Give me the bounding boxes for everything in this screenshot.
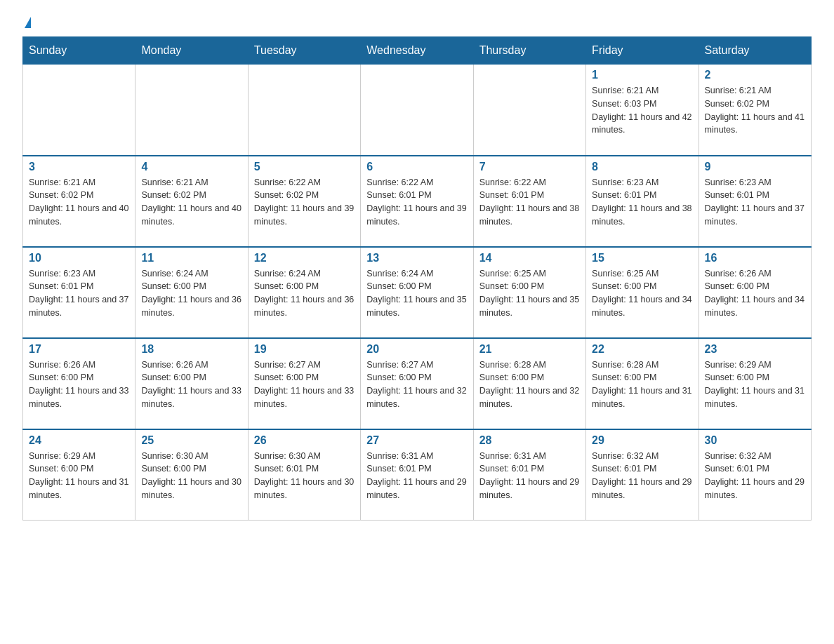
sun-info: Sunrise: 6:30 AMSunset: 6:01 PMDaylight:… xyxy=(254,450,355,502)
day-number: 26 xyxy=(254,434,355,447)
sun-info: Sunrise: 6:28 AMSunset: 6:00 PMDaylight:… xyxy=(479,358,580,411)
day-number: 22 xyxy=(592,343,692,356)
day-number: 28 xyxy=(479,434,580,447)
day-number: 8 xyxy=(592,161,692,173)
calendar-cell: 18Sunrise: 6:26 AMSunset: 6:00 PMDayligh… xyxy=(135,338,248,429)
day-number: 14 xyxy=(479,252,580,264)
page-header xyxy=(22,17,812,29)
sun-info: Sunrise: 6:31 AMSunset: 6:01 PMDaylight:… xyxy=(479,450,580,502)
sun-info: Sunrise: 6:24 AMSunset: 6:00 PMDaylight:… xyxy=(254,267,355,320)
day-number: 3 xyxy=(29,161,129,173)
day-number: 10 xyxy=(29,252,129,264)
logo-triangle-icon xyxy=(25,17,31,28)
calendar-cell: 26Sunrise: 6:30 AMSunset: 6:01 PMDayligh… xyxy=(248,429,360,521)
week-row-4: 17Sunrise: 6:26 AMSunset: 6:00 PMDayligh… xyxy=(23,338,812,429)
calendar-cell: 20Sunrise: 6:27 AMSunset: 6:00 PMDayligh… xyxy=(361,338,473,429)
day-number: 4 xyxy=(141,161,241,173)
sun-info: Sunrise: 6:27 AMSunset: 6:00 PMDaylight:… xyxy=(366,358,467,411)
header-day-thursday: Thursday xyxy=(473,37,585,65)
calendar-cell: 11Sunrise: 6:24 AMSunset: 6:00 PMDayligh… xyxy=(135,247,248,338)
week-row-2: 3Sunrise: 6:21 AMSunset: 6:02 PMDaylight… xyxy=(23,156,812,247)
calendar-cell: 29Sunrise: 6:32 AMSunset: 6:01 PMDayligh… xyxy=(586,429,699,521)
sun-info: Sunrise: 6:21 AMSunset: 6:02 PMDaylight:… xyxy=(29,176,129,229)
calendar-cell: 13Sunrise: 6:24 AMSunset: 6:00 PMDayligh… xyxy=(361,247,473,338)
calendar-cell: 21Sunrise: 6:28 AMSunset: 6:00 PMDayligh… xyxy=(473,338,585,429)
day-number: 30 xyxy=(705,434,805,447)
sun-info: Sunrise: 6:24 AMSunset: 6:00 PMDaylight:… xyxy=(366,267,467,320)
calendar-cell: 4Sunrise: 6:21 AMSunset: 6:02 PMDaylight… xyxy=(135,156,248,247)
sun-info: Sunrise: 6:21 AMSunset: 6:02 PMDaylight:… xyxy=(141,176,241,229)
sun-info: Sunrise: 6:27 AMSunset: 6:00 PMDaylight:… xyxy=(254,358,355,411)
calendar-cell: 30Sunrise: 6:32 AMSunset: 6:01 PMDayligh… xyxy=(699,429,811,521)
calendar-cell xyxy=(473,65,585,156)
calendar-cell: 3Sunrise: 6:21 AMSunset: 6:02 PMDaylight… xyxy=(23,156,135,247)
calendar-cell: 8Sunrise: 6:23 AMSunset: 6:01 PMDaylight… xyxy=(586,156,699,247)
calendar-cell: 19Sunrise: 6:27 AMSunset: 6:00 PMDayligh… xyxy=(248,338,360,429)
sun-info: Sunrise: 6:29 AMSunset: 6:00 PMDaylight:… xyxy=(29,450,129,502)
day-number: 18 xyxy=(141,343,241,356)
day-number: 1 xyxy=(592,69,692,81)
calendar-cell: 7Sunrise: 6:22 AMSunset: 6:01 PMDaylight… xyxy=(473,156,585,247)
sun-info: Sunrise: 6:28 AMSunset: 6:00 PMDaylight:… xyxy=(592,358,692,411)
sun-info: Sunrise: 6:22 AMSunset: 6:02 PMDaylight:… xyxy=(254,176,355,229)
header-day-tuesday: Tuesday xyxy=(248,37,360,65)
calendar-cell xyxy=(248,65,360,156)
sun-info: Sunrise: 6:26 AMSunset: 6:00 PMDaylight:… xyxy=(705,267,805,320)
sun-info: Sunrise: 6:29 AMSunset: 6:00 PMDaylight:… xyxy=(705,358,805,411)
calendar-cell: 15Sunrise: 6:25 AMSunset: 6:00 PMDayligh… xyxy=(586,247,699,338)
calendar-cell xyxy=(23,65,135,156)
day-number: 25 xyxy=(141,434,241,447)
day-number: 7 xyxy=(479,161,580,173)
day-number: 12 xyxy=(254,252,355,264)
sun-info: Sunrise: 6:22 AMSunset: 6:01 PMDaylight:… xyxy=(366,176,467,229)
calendar-cell: 1Sunrise: 6:21 AMSunset: 6:03 PMDaylight… xyxy=(586,65,699,156)
sun-info: Sunrise: 6:24 AMSunset: 6:00 PMDaylight:… xyxy=(141,267,241,320)
calendar-cell: 22Sunrise: 6:28 AMSunset: 6:00 PMDayligh… xyxy=(586,338,699,429)
calendar-cell: 12Sunrise: 6:24 AMSunset: 6:00 PMDayligh… xyxy=(248,247,360,338)
sun-info: Sunrise: 6:26 AMSunset: 6:00 PMDaylight:… xyxy=(141,358,241,411)
sun-info: Sunrise: 6:31 AMSunset: 6:01 PMDaylight:… xyxy=(366,450,467,502)
calendar-cell: 6Sunrise: 6:22 AMSunset: 6:01 PMDaylight… xyxy=(361,156,473,247)
calendar-cell: 9Sunrise: 6:23 AMSunset: 6:01 PMDaylight… xyxy=(699,156,811,247)
logo xyxy=(22,17,39,29)
day-number: 19 xyxy=(254,343,355,356)
day-number: 15 xyxy=(592,252,692,264)
sun-info: Sunrise: 6:21 AMSunset: 6:03 PMDaylight:… xyxy=(592,84,692,137)
sun-info: Sunrise: 6:21 AMSunset: 6:02 PMDaylight:… xyxy=(705,84,805,137)
sun-info: Sunrise: 6:23 AMSunset: 6:01 PMDaylight:… xyxy=(705,176,805,229)
day-number: 21 xyxy=(479,343,580,356)
calendar-cell: 25Sunrise: 6:30 AMSunset: 6:00 PMDayligh… xyxy=(135,429,248,521)
sun-info: Sunrise: 6:22 AMSunset: 6:01 PMDaylight:… xyxy=(479,176,580,229)
sun-info: Sunrise: 6:32 AMSunset: 6:01 PMDaylight:… xyxy=(705,450,805,502)
calendar-table: SundayMondayTuesdayWednesdayThursdayFrid… xyxy=(22,36,812,521)
calendar-cell: 27Sunrise: 6:31 AMSunset: 6:01 PMDayligh… xyxy=(361,429,473,521)
day-number: 2 xyxy=(705,69,805,81)
calendar-cell: 14Sunrise: 6:25 AMSunset: 6:00 PMDayligh… xyxy=(473,247,585,338)
week-row-5: 24Sunrise: 6:29 AMSunset: 6:00 PMDayligh… xyxy=(23,429,812,521)
header-day-monday: Monday xyxy=(135,37,248,65)
day-number: 23 xyxy=(705,343,805,356)
calendar-cell xyxy=(361,65,473,156)
day-number: 13 xyxy=(366,252,467,264)
sun-info: Sunrise: 6:30 AMSunset: 6:00 PMDaylight:… xyxy=(141,450,241,502)
sun-info: Sunrise: 6:26 AMSunset: 6:00 PMDaylight:… xyxy=(29,358,129,411)
day-number: 27 xyxy=(366,434,467,447)
week-row-1: 1Sunrise: 6:21 AMSunset: 6:03 PMDaylight… xyxy=(23,65,812,156)
day-number: 16 xyxy=(705,252,805,264)
day-number: 6 xyxy=(366,161,467,173)
calendar-cell xyxy=(135,65,248,156)
calendar-cell: 2Sunrise: 6:21 AMSunset: 6:02 PMDaylight… xyxy=(699,65,811,156)
header-day-saturday: Saturday xyxy=(699,37,811,65)
calendar-cell: 28Sunrise: 6:31 AMSunset: 6:01 PMDayligh… xyxy=(473,429,585,521)
header-day-wednesday: Wednesday xyxy=(361,37,473,65)
day-number: 24 xyxy=(29,434,129,447)
calendar-cell: 16Sunrise: 6:26 AMSunset: 6:00 PMDayligh… xyxy=(699,247,811,338)
sun-info: Sunrise: 6:32 AMSunset: 6:01 PMDaylight:… xyxy=(592,450,692,502)
day-number: 17 xyxy=(29,343,129,356)
day-number: 5 xyxy=(254,161,355,173)
day-number: 11 xyxy=(141,252,241,264)
sun-info: Sunrise: 6:25 AMSunset: 6:00 PMDaylight:… xyxy=(592,267,692,320)
header-row: SundayMondayTuesdayWednesdayThursdayFrid… xyxy=(23,37,812,65)
day-number: 29 xyxy=(592,434,692,447)
sun-info: Sunrise: 6:23 AMSunset: 6:01 PMDaylight:… xyxy=(29,267,129,320)
